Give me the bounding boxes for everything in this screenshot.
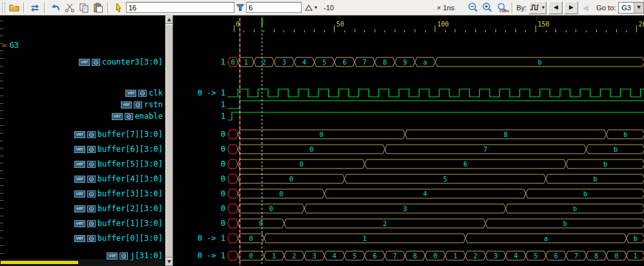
jump-back-button[interactable]: ◀ [579, 1, 591, 14]
cut-button[interactable] [63, 1, 77, 14]
wave-row-buffer6[interactable]: 07b [228, 145, 644, 154]
signal-row-buffer0[interactable]: verbuffer[0][3:0] [74, 233, 163, 243]
zoom-in-button[interactable] [480, 1, 494, 14]
zoom-out-button[interactable] [466, 1, 480, 14]
bus-value-label: 6 [342, 59, 346, 66]
signal-name: counter3[3:0] [102, 57, 163, 66]
wave-row-buffer2[interactable]: 03b [228, 204, 644, 213]
wave-row-buffer0[interactable]: 01ab [228, 234, 644, 243]
wave-row-clk[interactable] [227, 89, 644, 97]
signal-value-buffer0: 0 -> 1 [175, 233, 225, 243]
select-mode-button[interactable] [112, 1, 126, 14]
signal-group-row[interactable]: = G3 [2, 40, 19, 50]
ver-badge: ver [74, 220, 85, 227]
next-edge-button[interactable]: ▶ [564, 1, 578, 14]
signal-values-panel: 10 -> 11100000000 -> 10 -> 1 [173, 15, 227, 266]
wave-row-counter3[interactable]: 0123456789ab [228, 57, 644, 66]
group-marker-icon: = [2, 41, 6, 50]
signal-name: enable [135, 112, 163, 121]
signal-value-clk: 0 -> 1 [175, 88, 225, 98]
bus-value-label: 3 [282, 59, 286, 66]
signal-row-enable[interactable]: verenable [112, 111, 163, 121]
vertical-scrollbar-thumb[interactable] [165, 24, 173, 258]
signal-value-j: 0 -> 1 [175, 251, 225, 261]
zoom-full-button[interactable]: 100% [494, 1, 510, 14]
clock-wave [227, 89, 644, 97]
scroll-down-button[interactable] [165, 258, 173, 266]
signal-name: buffer[5][3:0] [98, 159, 163, 169]
signal-row-buffer5[interactable]: verbuffer[5][3:0] [74, 159, 163, 169]
signal-row-j[interactable]: verj[31:0] [107, 251, 163, 261]
wave-row-buffer4[interactable]: 05b [228, 174, 644, 183]
signal-gear-icon [134, 101, 142, 108]
signal-gear-icon [87, 176, 96, 183]
marker-dropdown-button[interactable]: ▼ [302, 1, 321, 14]
wave-row-j[interactable]: 01234567801234567801 [228, 251, 644, 260]
bus-segment [228, 234, 238, 243]
signal-row-counter3[interactable]: vercounter3[3:0] [79, 57, 163, 67]
wave-row-rstn[interactable] [228, 101, 644, 108]
waveform-canvas[interactable]: 0501001502000123456789ab08b07b06b05b04b0… [227, 15, 644, 266]
tree-tick [0, 73, 3, 74]
wave-row-buffer5[interactable]: 06b [228, 159, 644, 169]
open-file-button[interactable] [7, 1, 21, 14]
ruler-label: 200 [638, 21, 644, 28]
signal-row-clk[interactable]: verclk [125, 88, 163, 98]
bus-value-label: 8 [594, 252, 598, 260]
up-arrow-icon [167, 18, 171, 21]
bus-value-label: b [583, 190, 587, 198]
bus-value-label: 5 [443, 176, 447, 183]
clipboard-icon [93, 3, 103, 13]
signal-row-rstn[interactable]: verrstn [121, 99, 163, 110]
ver-badge: ver [112, 113, 123, 120]
copy-button[interactable] [77, 1, 91, 14]
time-input[interactable] [126, 2, 234, 13]
bus-segment [228, 159, 238, 169]
zoom-out-icon [468, 2, 479, 13]
scroll-up-button[interactable] [165, 15, 173, 24]
bit-wave [228, 101, 644, 108]
bus-value-label: 2 [292, 252, 296, 260]
ver-badge: ver [74, 235, 85, 242]
tree-tick [0, 193, 3, 194]
bus-value-label: a [423, 59, 427, 66]
aux-input[interactable] [246, 2, 302, 13]
signal-name: buffer[1][3:0] [98, 219, 163, 228]
search-by-button[interactable]: ▼ [528, 1, 546, 14]
goto-combobox[interactable]: G3 [618, 2, 644, 14]
signal-row-buffer3[interactable]: verbuffer[3][3:0] [74, 189, 163, 199]
ver-badge: ver [74, 131, 85, 138]
prev-edge-button[interactable]: ◀ [548, 1, 563, 14]
tree-tick [0, 216, 3, 216]
signal-row-buffer2[interactable]: verbuffer[2][3:0] [74, 203, 163, 214]
signal-value-buffer3: 0 [175, 189, 225, 199]
vertical-scrollbar[interactable] [165, 15, 173, 266]
signal-names-panel[interactable]: = G3 vercounter3[3:0]verclkverrstnverena… [0, 15, 165, 266]
tree-tick [0, 208, 3, 209]
horizontal-scrollbar-thumb[interactable] [1, 261, 78, 264]
tree-tick [0, 163, 3, 163]
ver-badge: ver [74, 190, 85, 198]
bus-value-label: 0 [249, 235, 253, 242]
tree-tick [0, 58, 3, 59]
signal-row-buffer6[interactable]: verbuffer[6][3:0] [74, 144, 163, 154]
combobox-dropdown-button[interactable] [634, 3, 643, 13]
wave-row-buffer1[interactable]: 02b [228, 219, 644, 228]
tree-tick [0, 50, 3, 51]
ver-badge: ver [79, 59, 90, 66]
paste-button[interactable] [91, 1, 105, 14]
filter-tool-button[interactable] [234, 1, 246, 14]
tree-tick [0, 66, 3, 66]
wave-row-buffer3[interactable]: 04b [228, 189, 644, 198]
time-ruler[interactable]: 050100150200 [234, 21, 644, 32]
wave-row-enable[interactable] [228, 112, 644, 120]
reload-button[interactable] [28, 1, 42, 14]
bus-value-label: 0 [309, 146, 313, 153]
signal-row-buffer7[interactable]: verbuffer[7][3:0] [74, 129, 163, 139]
goto-label: Go to: [596, 4, 616, 12]
undo-button[interactable] [48, 1, 63, 14]
signal-row-buffer4[interactable]: verbuffer[4][3:0] [74, 174, 163, 184]
waveform-panel[interactable]: 0501001502000123456789ab08b07b06b05b04b0… [227, 15, 644, 266]
signal-row-buffer1[interactable]: verbuffer[1][3:0] [74, 218, 163, 229]
wave-row-buffer7[interactable]: 08b [228, 130, 644, 139]
